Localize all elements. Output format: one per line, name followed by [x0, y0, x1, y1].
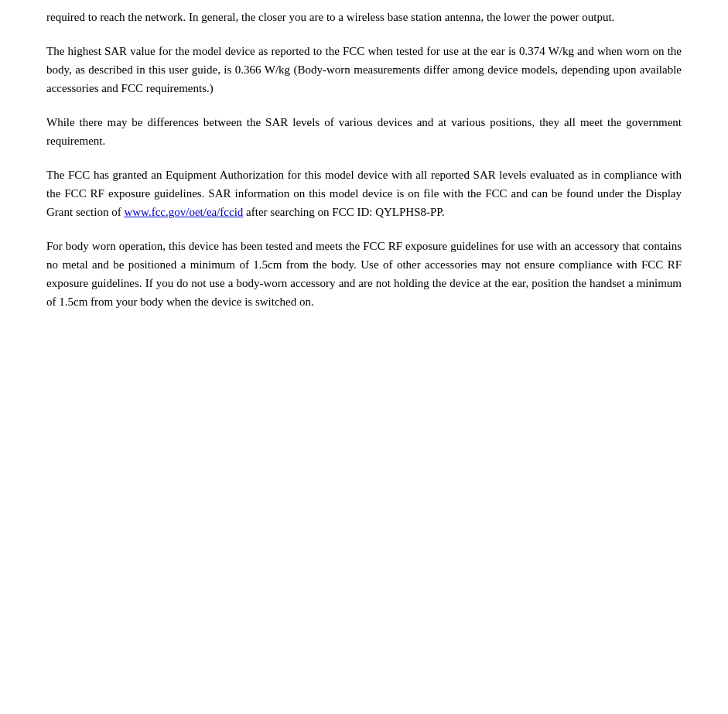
paragraph-sar-value: The highest SAR value for the model devi…	[46, 42, 682, 97]
paragraph-differences: While there may be differences between t…	[46, 113, 682, 150]
paragraph-sar-value-text: The highest SAR value for the model devi…	[46, 42, 682, 97]
paragraph-fcc-after-link: after searching on FCC ID: QYLPHS8-PP.	[243, 206, 444, 218]
paragraph-body-worn-text: For body worn operation, this device has…	[46, 237, 682, 311]
top-fragment-text: required to reach the network. In genera…	[46, 8, 682, 26]
top-fragment: required to reach the network. In genera…	[46, 8, 682, 26]
page-content: required to reach the network. In genera…	[0, 0, 728, 357]
paragraph-differences-text: While there may be differences between t…	[46, 113, 682, 150]
paragraph-fcc-grant: The FCC has granted an Equipment Authori…	[46, 166, 682, 221]
paragraph-fcc-grant-text: The FCC has granted an Equipment Authori…	[46, 166, 682, 221]
fcc-link[interactable]: www.fcc.gov/oet/ea/fccid	[124, 206, 243, 218]
paragraph-body-worn: For body worn operation, this device has…	[46, 237, 682, 311]
